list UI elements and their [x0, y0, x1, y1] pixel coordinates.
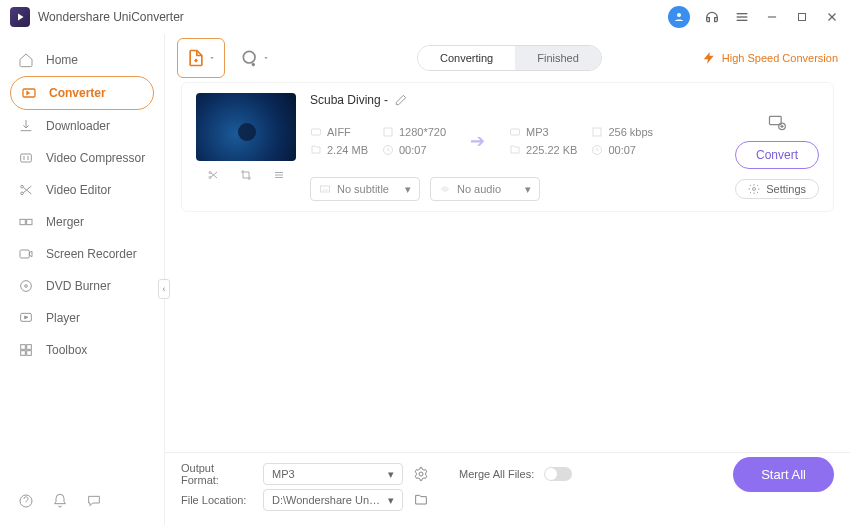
tab-converting[interactable]: Converting	[418, 46, 515, 70]
more-icon[interactable]	[263, 167, 295, 183]
target-metadata: MP3 256 kbps 225.22 KB 00:07	[509, 126, 653, 156]
sidebar-item-player[interactable]: Player	[0, 302, 164, 334]
svg-rect-12	[20, 219, 25, 224]
video-thumbnail[interactable]	[196, 93, 296, 161]
file-name: Scuba Diving -	[310, 93, 388, 107]
content: Converting Finished High Speed Conversio…	[165, 34, 850, 525]
audio-select[interactable]: No audio ▾	[430, 177, 540, 201]
sidebar-item-recorder[interactable]: Screen Recorder	[0, 238, 164, 270]
svg-point-11	[21, 192, 24, 195]
minimize-button[interactable]	[764, 9, 780, 25]
close-button[interactable]	[824, 9, 840, 25]
svg-point-38	[753, 188, 756, 191]
svg-rect-30	[384, 128, 392, 136]
file-card: Scuba Diving - AIFF 1280*720 2.24 MB 00:…	[181, 82, 834, 212]
app-logo	[10, 7, 30, 27]
source-metadata: AIFF 1280*720 2.24 MB 00:07	[310, 126, 446, 156]
start-all-button[interactable]: Start All	[733, 457, 834, 492]
svg-point-23	[243, 51, 255, 63]
file-location-select[interactable]: D:\Wondershare UniConverter ▾	[263, 489, 403, 511]
sidebar-item-compressor[interactable]: Video Compressor	[0, 142, 164, 174]
svg-rect-37	[321, 186, 330, 192]
sidebar: Home Converter Downloader Video Compress…	[0, 34, 165, 525]
output-format-settings-icon[interactable]	[413, 466, 429, 482]
merge-label: Merge All Files:	[459, 468, 534, 480]
toolbox-icon	[18, 342, 34, 358]
sidebar-item-label: Video Compressor	[46, 151, 145, 165]
app-title: Wondershare UniConverter	[38, 10, 668, 24]
svg-rect-21	[27, 351, 32, 356]
sidebar-collapse-button[interactable]: ‹	[158, 279, 170, 299]
titlebar: Wondershare UniConverter	[0, 0, 850, 34]
sidebar-item-home[interactable]: Home	[0, 44, 164, 76]
sidebar-item-downloader[interactable]: Downloader	[0, 110, 164, 142]
output-format-select[interactable]: MP3 ▾	[263, 463, 403, 485]
crop-icon[interactable]	[230, 167, 262, 183]
hsc-label: High Speed Conversion	[722, 52, 838, 64]
svg-point-15	[21, 281, 32, 292]
help-icon[interactable]	[18, 493, 34, 509]
svg-rect-19	[27, 345, 32, 350]
sidebar-item-label: Converter	[49, 86, 106, 100]
bell-icon[interactable]	[52, 493, 68, 509]
download-icon	[18, 118, 34, 134]
svg-point-24	[209, 172, 211, 174]
high-speed-conversion-button[interactable]: High Speed Conversion	[702, 51, 838, 65]
svg-rect-9	[21, 154, 32, 162]
svg-rect-20	[21, 351, 26, 356]
svg-point-16	[25, 285, 28, 288]
headset-icon[interactable]	[704, 9, 720, 25]
svg-rect-33	[593, 128, 601, 136]
player-icon	[18, 310, 34, 326]
merger-icon	[18, 214, 34, 230]
svg-point-10	[21, 185, 24, 188]
sidebar-item-label: DVD Burner	[46, 279, 111, 293]
sidebar-item-editor[interactable]: Video Editor	[0, 174, 164, 206]
svg-rect-32	[511, 129, 520, 135]
conversion-tabs: Converting Finished	[417, 45, 602, 71]
sidebar-item-label: Video Editor	[46, 183, 111, 197]
merge-toggle[interactable]	[544, 467, 572, 481]
sidebar-item-merger[interactable]: Merger	[0, 206, 164, 238]
sidebar-item-converter[interactable]: Converter	[10, 76, 154, 110]
svg-rect-13	[27, 219, 32, 224]
dvd-icon	[18, 278, 34, 294]
convert-button[interactable]: Convert	[735, 141, 819, 169]
converter-icon	[21, 85, 37, 101]
open-folder-icon[interactable]	[413, 492, 429, 508]
svg-rect-5	[799, 14, 806, 21]
svg-rect-14	[20, 250, 29, 258]
sidebar-item-dvd[interactable]: DVD Burner	[0, 270, 164, 302]
footer: Output Format: MP3 ▾ Merge All Files: St…	[165, 452, 850, 525]
settings-button[interactable]: Settings	[735, 179, 819, 199]
svg-rect-18	[21, 345, 26, 350]
maximize-button[interactable]	[794, 9, 810, 25]
subtitle-select[interactable]: No subtitle ▾	[310, 177, 420, 201]
sidebar-item-label: Merger	[46, 215, 84, 229]
home-icon	[18, 52, 34, 68]
sidebar-item-label: Toolbox	[46, 343, 87, 357]
svg-rect-29	[312, 129, 321, 135]
sidebar-item-toolbox[interactable]: Toolbox	[0, 334, 164, 366]
output-settings-icon[interactable]	[767, 113, 787, 133]
svg-point-0	[677, 13, 681, 17]
trim-icon[interactable]	[197, 167, 229, 183]
menu-icon[interactable]	[734, 9, 750, 25]
toolbar: Converting Finished High Speed Conversio…	[165, 34, 850, 82]
output-format-label: Output Format:	[181, 462, 253, 486]
feedback-icon[interactable]	[86, 493, 102, 509]
recorder-icon	[18, 246, 34, 262]
svg-point-25	[209, 177, 211, 179]
add-url-button[interactable]	[235, 38, 275, 78]
file-location-label: File Location:	[181, 494, 253, 506]
arrow-icon: ➔	[470, 130, 485, 152]
svg-point-39	[419, 472, 423, 476]
sidebar-item-label: Screen Recorder	[46, 247, 137, 261]
sidebar-item-label: Home	[46, 53, 78, 67]
sidebar-item-label: Player	[46, 311, 80, 325]
edit-name-icon[interactable]	[394, 93, 408, 107]
user-avatar[interactable]	[668, 6, 690, 28]
add-file-button[interactable]	[177, 38, 225, 78]
scissors-icon	[18, 182, 34, 198]
tab-finished[interactable]: Finished	[515, 46, 601, 70]
